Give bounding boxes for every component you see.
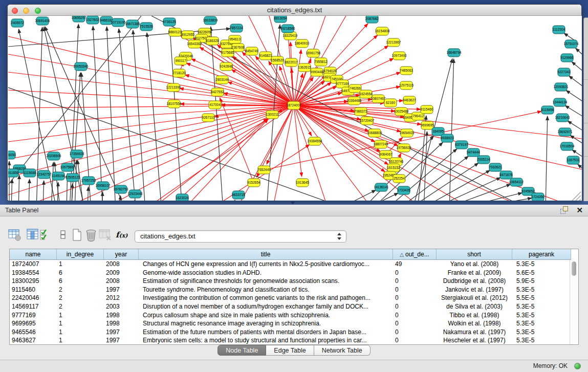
- table-cell[interactable]: 1: [57, 319, 104, 328]
- graph-node[interactable]: 9175685: [221, 49, 234, 57]
- table-cell[interactable]: 0: [393, 277, 437, 286]
- tab-network-table[interactable]: Network Table: [314, 345, 371, 356]
- table-row[interactable]: 2242004622012Investigating the contribut…: [10, 294, 578, 302]
- column-header-short[interactable]: short: [437, 249, 512, 260]
- table-cell[interactable]: 9777169: [10, 311, 57, 320]
- graph-node[interactable]: 2087682: [365, 16, 379, 23]
- graph-node[interactable]: 12342757: [37, 170, 52, 179]
- graph-node[interactable]: 18107554: [167, 100, 182, 108]
- graph-node[interactable]: 417004: [209, 101, 221, 109]
- close-panel-icon[interactable]: ✕: [576, 206, 583, 214]
- graph-node[interactable]: 252254: [393, 174, 405, 183]
- graph-node[interactable]: 1724350: [531, 193, 545, 201]
- table-row[interactable]: 969969511998Structural magnetic resonanc…: [10, 319, 578, 328]
- table-cell[interactable]: 5.3E-5: [512, 286, 571, 294]
- table-cell[interactable]: 18300295: [10, 277, 57, 286]
- graph-node[interactable]: 10807467: [371, 95, 386, 103]
- table-cell[interactable]: 5.3E-5: [512, 311, 571, 320]
- table-cell[interactable]: Estimation of significance thresholds fo…: [139, 277, 393, 286]
- graph-node[interactable]: 12444134: [553, 98, 568, 106]
- graph-node[interactable]: 2718120: [172, 69, 186, 77]
- graph-node[interactable]: 12975115: [399, 81, 414, 90]
- table-row[interactable]: 1938455462009Genome-wide association stu…: [10, 269, 578, 277]
- splitter-handle[interactable]: [290, 202, 295, 204]
- graph-node[interactable]: 12923448: [128, 190, 143, 198]
- table-header-row[interactable]: namein_degreeyeartitle△out_de...shortpag…: [10, 249, 578, 260]
- graph-node[interactable]: 7652449: [257, 166, 271, 174]
- resize-grip-icon[interactable]: [572, 192, 581, 201]
- column-header-title[interactable]: title: [139, 249, 393, 260]
- table-cell[interactable]: 1997: [104, 328, 139, 337]
- graph-node[interactable]: 1913645: [296, 179, 309, 187]
- float-panel-icon[interactable]: [560, 206, 568, 214]
- tab-edge-table[interactable]: Edge Table: [266, 345, 314, 356]
- table-cell[interactable]: 2: [57, 294, 104, 302]
- graph-node[interactable]: 12213967: [386, 38, 401, 47]
- network-canvas[interactable]: 1872400788601238912955182260589127503165…: [8, 16, 582, 201]
- graph-node[interactable]: 8471676: [499, 171, 513, 179]
- graph-node[interactable]: 9474444: [467, 148, 480, 157]
- graph-node[interactable]: 7515526: [140, 23, 153, 31]
- network-view-window[interactable]: citations_edges.txt 18724007886012389129…: [7, 4, 582, 201]
- graph-node[interactable]: 9242848: [220, 62, 233, 71]
- table-cell[interactable]: 22420046: [10, 294, 57, 302]
- table-cell[interactable]: Jankovic et al. (1997): [437, 286, 512, 294]
- column-header-pagerank[interactable]: pagerank: [512, 249, 571, 260]
- table-cell[interactable]: 9115460: [10, 286, 57, 294]
- graph-node[interactable]: 20364486: [347, 97, 362, 105]
- table-cell[interactable]: 5.6E-5: [512, 269, 571, 277]
- graph-node[interactable]: 9267110: [202, 114, 215, 122]
- graph-node[interactable]: 9736125: [163, 18, 176, 26]
- graph-node[interactable]: 62160: [384, 99, 397, 107]
- table-cell[interactable]: 2008: [104, 277, 139, 286]
- function-builder-icon[interactable]: f(x): [116, 230, 129, 244]
- graph-node[interactable]: 7857224: [230, 24, 243, 32]
- table-cell[interactable]: 1: [57, 260, 104, 269]
- table-cell[interactable]: 1998: [104, 311, 139, 320]
- graph-node[interactable]: 16033809: [203, 16, 218, 25]
- graph-node[interactable]: 1623024: [176, 194, 189, 201]
- graph-node[interactable]: 7932621: [489, 163, 502, 171]
- table-row[interactable]: 946362711997Embryonic stem cells: a mode…: [10, 336, 578, 345]
- table-cell[interactable]: Changes of HCN gene expression and I(f) …: [139, 260, 393, 269]
- table-row[interactable]: 977716911998Corpus callosum shape and si…: [10, 311, 578, 320]
- graph-node[interactable]: 9227343: [557, 68, 571, 76]
- table-cell[interactable]: 49: [393, 260, 437, 269]
- graph-node[interactable]: 9129966: [560, 54, 574, 62]
- graph-node[interactable]: 17016504: [560, 142, 575, 150]
- graph-node[interactable]: 1615152: [387, 164, 400, 172]
- citation-network-graph[interactable]: 1872400788601238912955182260589127503165…: [8, 16, 582, 201]
- table-row[interactable]: 1830029562008Estimation of significance …: [10, 277, 578, 286]
- table-row[interactable]: 1456911722003Disruption of a novel membe…: [10, 302, 578, 311]
- graph-node[interactable]: 2935114: [477, 156, 490, 164]
- graph-node[interactable]: 16671385: [125, 20, 140, 28]
- table-row[interactable]: 946554611997Estimation of the future num…: [10, 328, 578, 337]
- graph-node[interactable]: 10688809: [367, 129, 382, 137]
- graph-node[interactable]: 9146821: [259, 52, 272, 60]
- graph-node[interactable]: 14136141: [374, 183, 389, 191]
- graph-node[interactable]: 9084067: [379, 150, 393, 159]
- table-cell[interactable]: 6: [57, 277, 104, 286]
- graph-node[interactable]: 7485063: [400, 67, 413, 75]
- table-cell[interactable]: 1: [57, 336, 104, 345]
- graph-node[interactable]: 1568520: [271, 56, 284, 64]
- graph-node[interactable]: 2405572: [11, 19, 24, 27]
- graph-node[interactable]: 15751074: [564, 40, 579, 48]
- table-cell[interactable]: 0: [393, 294, 437, 302]
- column-header-name[interactable]: name: [10, 249, 57, 260]
- table-cell[interactable]: 9699695: [10, 319, 57, 328]
- table-cell[interactable]: 1997: [104, 336, 139, 345]
- table-cell[interactable]: 9463627: [10, 336, 57, 345]
- graph-node[interactable]: 17359928: [70, 150, 84, 158]
- graph-node[interactable]: 8860123: [168, 28, 182, 36]
- graph-node[interactable]: 16154808: [375, 27, 390, 35]
- graph-node[interactable]: 8813054: [274, 16, 287, 23]
- table-cell[interactable]: 18724007: [10, 260, 57, 269]
- table-cell[interactable]: 5.3E-5: [512, 302, 571, 311]
- graph-node[interactable]: 10719195: [111, 18, 126, 27]
- table-cell[interactable]: 1: [57, 328, 104, 337]
- table-cell[interactable]: 1998: [104, 319, 139, 328]
- graph-node[interactable]: 9463627: [403, 96, 416, 104]
- column-header-in_degree[interactable]: in_degree: [57, 249, 104, 260]
- graph-node[interactable]: 1112304: [553, 26, 565, 34]
